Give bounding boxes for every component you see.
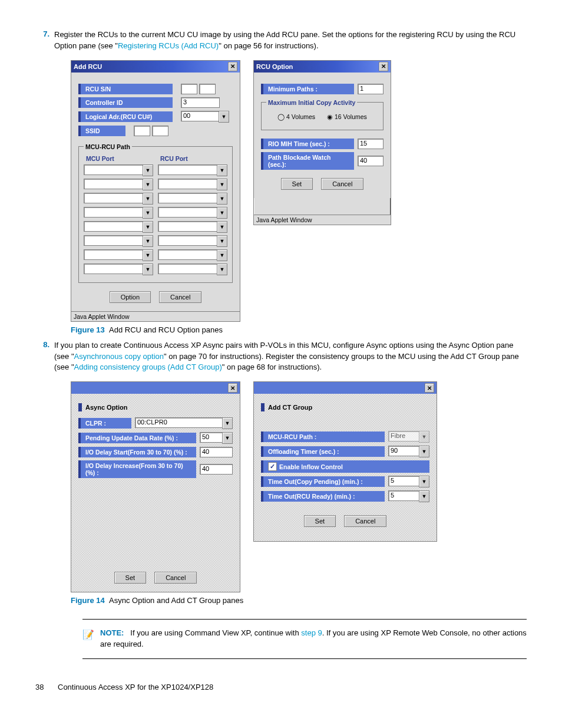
mcu-port-select[interactable]: ▼	[84, 164, 153, 176]
chevron-down-icon[interactable]: ▼	[217, 164, 227, 176]
add-ct-group-dialog: ✕ Add CT Group MCU-RCU Path : Fibre ▼ Of…	[253, 381, 437, 542]
path-blockade-input[interactable]: 40	[358, 156, 384, 166]
label-enable-inflow[interactable]: ✓ Enable Inflow Control	[261, 460, 429, 473]
async-option-dialog: ✕ Async Option CLPR : 00:CLPR0 ▼ Pending…	[71, 381, 240, 592]
page-number: 38	[35, 683, 47, 691]
delay-increase-input[interactable]: 40	[200, 464, 233, 475]
radio-label: 4 Volumes	[286, 113, 315, 120]
link-registering-rcus[interactable]: Registering RCUs (Add RCU)	[118, 41, 219, 50]
chevron-down-icon[interactable]: ▼	[219, 111, 229, 123]
set-button[interactable]: Set	[114, 572, 147, 584]
radio-4-volumes[interactable]: ◯ 4 Volumes	[277, 113, 315, 120]
chevron-down-icon[interactable]: ▼	[217, 193, 227, 205]
select-value: 00:CLPR0	[135, 417, 222, 428]
chevron-down-icon[interactable]: ▼	[143, 179, 153, 190]
select-value: 50	[200, 432, 222, 443]
close-icon[interactable]: ✕	[228, 62, 237, 71]
close-icon[interactable]: ✕	[425, 383, 434, 393]
chevron-down-icon[interactable]: ▼	[217, 249, 227, 261]
timeout-rcu-ready-select[interactable]: 5 ▼	[388, 490, 429, 502]
mcu-port-select[interactable]: ▼	[84, 207, 153, 219]
step-text: Register the RCUs to the current MCU CU …	[54, 29, 527, 52]
chevron-down-icon[interactable]: ▼	[217, 235, 227, 247]
delay-start-input[interactable]: 40	[200, 447, 233, 457]
chevron-down-icon[interactable]: ▼	[222, 432, 233, 444]
mcu-port-select[interactable]: ▼	[84, 263, 153, 275]
select-value	[158, 263, 217, 274]
cancel-button[interactable]: Cancel	[159, 291, 201, 303]
rcu-port-select[interactable]: ▼	[158, 207, 227, 219]
select-value	[158, 164, 217, 175]
timeout-copy-pending-select[interactable]: 5 ▼	[388, 476, 429, 487]
close-icon[interactable]: ✕	[379, 62, 388, 71]
chevron-down-icon[interactable]: ▼	[143, 235, 153, 247]
mcu-rcu-path-select[interactable]: Fibre ▼	[388, 431, 429, 443]
chevron-down-icon[interactable]: ▼	[143, 164, 153, 176]
min-paths-input[interactable]: 1	[358, 84, 384, 94]
rio-mih-input[interactable]: 15	[358, 139, 384, 149]
select-value: 5	[388, 476, 419, 486]
rcu-port-select[interactable]: ▼	[158, 235, 227, 247]
logical-adr-select[interactable]: 00 ▼	[181, 111, 229, 123]
link-async-copy-option[interactable]: Asynchronous copy option	[74, 352, 164, 361]
clpr-select[interactable]: 00:CLPR0 ▼	[135, 417, 233, 429]
chevron-down-icon[interactable]: ▼	[217, 179, 227, 190]
mcu-port-select[interactable]: ▼	[84, 221, 153, 233]
set-button[interactable]: Set	[304, 515, 336, 527]
offloading-timer-select[interactable]: 90 ▼	[388, 446, 429, 457]
option-button[interactable]: Option	[110, 291, 151, 303]
figure-14-caption: Figure 14 Async Option and Add CT Group …	[71, 596, 527, 605]
cancel-button[interactable]: Cancel	[321, 178, 363, 190]
mcu-port-select[interactable]: ▼	[84, 235, 153, 247]
note-icon: 📝	[82, 628, 94, 641]
controller-id-input[interactable]: 3	[181, 97, 220, 108]
chevron-down-icon[interactable]: ▼	[143, 263, 153, 275]
chevron-down-icon[interactable]: ▼	[143, 221, 153, 233]
chevron-down-icon[interactable]: ▼	[419, 446, 429, 457]
chevron-down-icon[interactable]: ▼	[419, 490, 429, 502]
label-delay-start: I/O Delay Start(From 30 to 70) (%) :	[78, 447, 196, 457]
dialog-title: Add RCU	[74, 63, 102, 70]
rcu-sn-input[interactable]	[181, 84, 216, 94]
status-bar: Java Applet Window	[71, 311, 240, 321]
fig-text: Async Option and Add CT Group panes	[109, 596, 243, 605]
cancel-button[interactable]: Cancel	[344, 515, 386, 527]
radio-16-volumes[interactable]: ◉ 16 Volumes	[327, 113, 367, 120]
select-value	[158, 179, 217, 189]
rcu-port-select[interactable]: ▼	[158, 263, 227, 275]
pending-rate-select[interactable]: 50 ▼	[200, 432, 233, 444]
chevron-down-icon[interactable]: ▼	[217, 263, 227, 275]
chevron-down-icon[interactable]: ▼	[143, 249, 153, 261]
rcu-port-select[interactable]: ▼	[158, 193, 227, 205]
checkbox-icon[interactable]: ✓	[268, 462, 277, 471]
label-clpr: CLPR :	[78, 418, 131, 429]
label-path-blockade: Path Blockade Watch (sec.):	[261, 152, 354, 170]
ssid-input[interactable]	[134, 126, 168, 136]
book-title: Continuous Access XP for the XP1024/XP12…	[58, 683, 213, 691]
step-number: 8.	[35, 340, 49, 374]
dialog-titlebar: RCU Option ✕	[254, 61, 391, 73]
chevron-down-icon[interactable]: ▼	[143, 193, 153, 205]
rcu-port-select[interactable]: ▼	[158, 164, 227, 176]
rcu-port-select[interactable]: ▼	[158, 221, 227, 233]
set-button[interactable]: Set	[281, 178, 313, 190]
title: Add CT Group	[268, 404, 312, 411]
rcu-port-select[interactable]: ▼	[158, 249, 227, 261]
mcu-port-select[interactable]: ▼	[84, 193, 153, 205]
link-step-9[interactable]: step 9	[301, 628, 322, 637]
label-rio-mih: RIO MIH Time (sec.) :	[261, 139, 354, 149]
chevron-down-icon[interactable]: ▼	[217, 221, 227, 233]
step-7: 7. Register the RCUs to the current MCU …	[35, 29, 527, 52]
mcu-port-select[interactable]: ▼	[84, 249, 153, 261]
link-adding-ct-group[interactable]: Adding consistency groups (Add CT Group)	[74, 363, 222, 371]
cancel-button[interactable]: Cancel	[154, 572, 197, 584]
mcu-port-select[interactable]: ▼	[84, 179, 153, 190]
close-icon[interactable]: ✕	[228, 383, 237, 393]
chevron-down-icon[interactable]: ▼	[419, 476, 429, 487]
chevron-down-icon[interactable]: ▼	[143, 207, 153, 219]
chevron-down-icon[interactable]: ▼	[419, 431, 429, 443]
chevron-down-icon[interactable]: ▼	[217, 207, 227, 219]
legend: Maximum Initial Copy Activity	[266, 99, 357, 106]
rcu-port-select[interactable]: ▼	[158, 179, 227, 190]
chevron-down-icon[interactable]: ▼	[222, 417, 233, 429]
